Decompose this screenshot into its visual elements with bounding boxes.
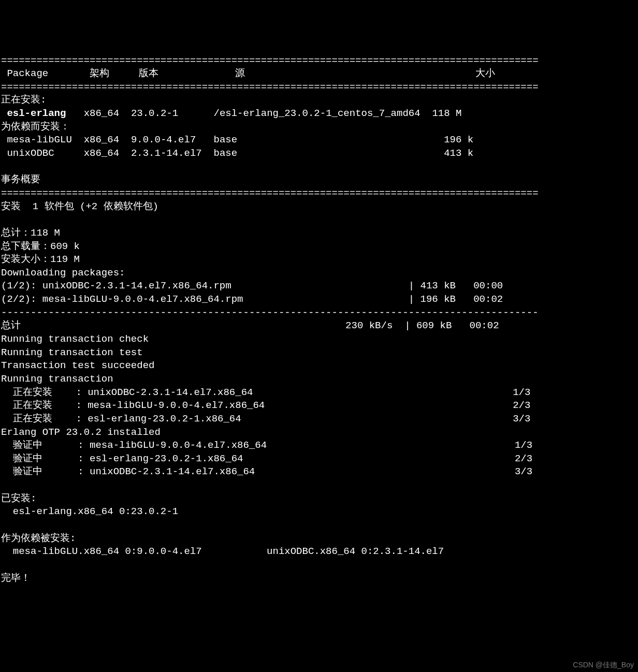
ver1-count: 1/3 bbox=[515, 440, 532, 451]
dep2-repo: base bbox=[214, 148, 238, 159]
inst1-label: 正在安装 : unixODBC-2.3.1-14.el7.x86_64 bbox=[1, 387, 253, 398]
trans-test: Running transaction test bbox=[1, 347, 143, 358]
inst2-count: 2/3 bbox=[513, 400, 530, 411]
dl2-left: (2/2): mesa-libGLU-9.0.0-4.el7.x86_64.rp… bbox=[1, 294, 243, 305]
dl1-bar: | 413 kB bbox=[409, 280, 456, 291]
install-summary: 安装 1 软件包 (+2 依赖软件包) bbox=[1, 201, 158, 212]
downloading-label: Downloading packages: bbox=[1, 267, 125, 279]
dep2-version: 2.3.1-14.el7 bbox=[131, 148, 202, 159]
rule-line: ========================================… bbox=[1, 81, 539, 93]
installed-label: 已安装: bbox=[1, 493, 36, 504]
dl1-time: 00:00 bbox=[473, 280, 503, 291]
ver3-label: 验证中 : unixODBC-2.3.1-14.el7.x86_64 bbox=[1, 466, 255, 477]
installing-label: 正在安装: bbox=[1, 94, 46, 106]
ver3-count: 3/3 bbox=[515, 466, 532, 477]
pkg-name: esl-erlang bbox=[1, 108, 66, 119]
summary-label: 事务概要 bbox=[1, 174, 40, 185]
inst3-count: 3/3 bbox=[513, 413, 530, 425]
dep1-name: mesa-libGLU bbox=[1, 134, 72, 145]
dl2-bar: | 196 kB bbox=[409, 294, 456, 305]
total-size: 总计：118 M bbox=[1, 227, 60, 239]
total-time: 00:02 bbox=[470, 320, 499, 331]
dep1-version: 9.0.0-4.el7 bbox=[131, 134, 196, 145]
install-size: 安装大小：119 M bbox=[1, 254, 80, 265]
trans-succ: Transaction test succeeded bbox=[1, 360, 154, 371]
dep-label: 为依赖而安装： bbox=[1, 121, 70, 133]
rule-dash: ----------------------------------------… bbox=[1, 307, 539, 318]
header-arch: 架构 bbox=[90, 68, 109, 79]
header-repo: 源 bbox=[235, 68, 245, 79]
rule-line: ========================================… bbox=[1, 55, 539, 66]
ver1-label: 验证中 : mesa-libGLU-9.0.0-4.el7.x86_64 bbox=[1, 440, 267, 451]
installed-pkg: esl-erlang.x86_64 0:23.0.2-1 bbox=[1, 506, 178, 517]
rule-line: ========================================… bbox=[1, 187, 539, 199]
dep2-size: 413 k bbox=[444, 148, 473, 159]
dl2-time: 00:02 bbox=[473, 294, 503, 305]
total-speed: 230 kB/s | 609 kB bbox=[345, 320, 452, 331]
header-package: Package bbox=[1, 68, 48, 79]
pkg-version: 23.0.2-1 bbox=[131, 108, 178, 119]
trans-run: Running transaction bbox=[1, 373, 113, 385]
dep1-arch: x86_64 bbox=[84, 134, 119, 145]
pkg-arch: x86_64 bbox=[84, 108, 119, 119]
dep-installed-label: 作为依赖被安装: bbox=[1, 533, 76, 544]
otp-installed: Erlang OTP 23.0.2 installed bbox=[1, 427, 161, 438]
header-size: 大小 bbox=[475, 68, 495, 79]
total-label: 总计 bbox=[1, 320, 21, 331]
ver2-count: 2/3 bbox=[515, 453, 532, 464]
dep2-arch: x86_64 bbox=[84, 148, 119, 159]
ver2-label: 验证中 : esl-erlang-23.0.2-1.x86_64 bbox=[1, 453, 243, 464]
dep-installed-line: mesa-libGLU.x86_64 0:9.0.0-4.el7 unixODB… bbox=[1, 546, 444, 557]
complete-label: 完毕！ bbox=[1, 573, 31, 584]
header-version: 版本 bbox=[139, 68, 158, 79]
inst3-label: 正在安装 : esl-erlang-23.0.2-1.x86_64 bbox=[1, 413, 241, 425]
dl1-left: (1/2): unixODBC-2.3.1-14.el7.x86_64.rpm bbox=[1, 280, 231, 291]
total-download: 总下载量：609 k bbox=[1, 241, 80, 252]
dep1-size: 196 k bbox=[444, 134, 473, 145]
trans-check: Running transaction check bbox=[1, 333, 149, 345]
pkg-repo: /esl-erlang_23.0.2-1_centos_7_amd64 bbox=[214, 108, 421, 119]
dep2-name: unixODBC bbox=[1, 148, 54, 159]
inst2-label: 正在安装 : mesa-libGLU-9.0.0-4.el7.x86_64 bbox=[1, 400, 265, 411]
pkg-size: 118 M bbox=[432, 108, 461, 119]
inst1-count: 1/3 bbox=[513, 387, 530, 398]
watermark: CSDN @佳德_Boy bbox=[573, 660, 634, 666]
dep1-repo: base bbox=[214, 134, 238, 145]
